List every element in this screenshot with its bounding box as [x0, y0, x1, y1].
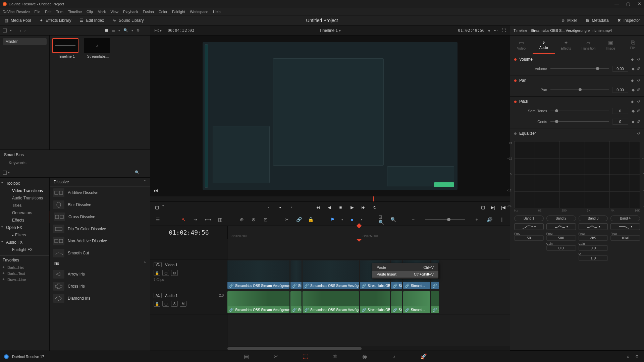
menu-fusion[interactable]: Fusion: [143, 10, 154, 14]
window-minimize[interactable]: —: [614, 1, 619, 6]
chevron-down-icon[interactable]: ▾: [10, 29, 12, 32]
jog-icon[interactable]: ●: [277, 204, 284, 211]
eq-graph[interactable]: +24 +12 0 -12 -24 +24 +12 0 -12 -24: [514, 141, 640, 208]
fav-item[interactable]: Draw...Line: [0, 277, 49, 283]
menu-timeline[interactable]: Timeline: [68, 10, 82, 14]
mark-in-icon[interactable]: ‹: [266, 204, 272, 211]
timeline-view-icon[interactable]: ☰: [155, 216, 161, 223]
reset-icon[interactable]: ↺: [637, 66, 640, 71]
reset-icon[interactable]: ↺: [637, 109, 640, 113]
pan-value[interactable]: 0.00: [612, 87, 628, 93]
zoom-out-icon[interactable]: −: [410, 216, 416, 223]
volume-slider[interactable]: [550, 68, 609, 69]
audio-clip[interactable]: 🔗Stre...: [290, 291, 302, 313]
pool-view-icon[interactable]: [3, 28, 7, 33]
menu-playback[interactable]: Playback: [123, 10, 138, 14]
titles[interactable]: Titles: [0, 202, 49, 209]
audio-clip[interactable]: 🔗Stre...: [431, 291, 439, 313]
menu-fairlight[interactable]: Fairlight: [172, 10, 185, 14]
audio-transitions[interactable]: Audio Transitions: [0, 194, 49, 202]
fx-additive-dissolve[interactable]: Additive Dissolve: [50, 187, 150, 199]
fx-blur-dissolve[interactable]: Blur Dissolve: [50, 199, 150, 211]
menu-clip[interactable]: Clip: [87, 10, 93, 14]
q-value[interactable]: 1.0: [579, 255, 608, 261]
go-start-icon[interactable]: ⏮: [315, 204, 321, 211]
lock-icon[interactable]: 🔒: [154, 301, 160, 307]
semitones-value[interactable]: 0: [612, 108, 628, 114]
zoom-detail-icon[interactable]: 🔍: [390, 216, 396, 223]
window-maximize[interactable]: ▢: [626, 1, 630, 6]
next-edit-icon[interactable]: ▶|: [490, 204, 496, 211]
dynamic-trim-icon[interactable]: ⟷: [205, 216, 211, 223]
master-folder[interactable]: Master: [3, 38, 47, 45]
overwrite-clip-icon[interactable]: ⊗: [251, 216, 257, 223]
band-name[interactable]: Band 2: [546, 216, 576, 221]
lock-icon[interactable]: 🔒: [308, 216, 314, 223]
fx-arrow-iris[interactable]: Arrow Iris: [50, 268, 150, 280]
stop-icon[interactable]: ■: [337, 204, 344, 211]
audio-clip[interactable]: 🔗Streamlabs OBS Stream Verzögerun...: [227, 291, 289, 313]
video-transitions[interactable]: Video Transitions: [0, 187, 49, 194]
tab-video[interactable]: ▭Video: [510, 36, 533, 54]
a1-badge[interactable]: A1: [154, 293, 162, 298]
band-name[interactable]: Band 1: [514, 216, 544, 221]
sort-icon[interactable]: ⇅: [137, 28, 140, 33]
selection-tool-icon[interactable]: ↖: [181, 216, 186, 223]
favorites-header[interactable]: Favorites: [0, 255, 49, 264]
sound-library-button[interactable]: ∿Sound Library: [108, 15, 148, 25]
fx-dip-to-color[interactable]: Dip To Color Dissolve: [50, 223, 150, 235]
page-edit[interactable]: ⬚: [301, 352, 310, 361]
pool-view-icon[interactable]: [3, 171, 7, 175]
metadata-button[interactable]: 🗎Metadata: [581, 15, 613, 25]
menu-davinciresolve[interactable]: DaVinci Resolve: [3, 10, 30, 14]
viewer-title[interactable]: Timeline 1: [319, 28, 338, 33]
cents-value[interactable]: 0: [612, 119, 628, 125]
enable-toggle-icon[interactable]: [514, 101, 517, 103]
audio-clip[interactable]: 🔗Streamlabs OBS Stream Verzöger...: [303, 291, 359, 313]
window-close[interactable]: ✕: [638, 1, 641, 6]
smart-bins-header[interactable]: Smart Bins: [4, 153, 146, 157]
more-icon[interactable]: ⋯: [143, 28, 147, 33]
timeline-ruler[interactable]: 01:00:00:00 01:02:50:00: [227, 226, 510, 239]
band-name[interactable]: Band 4: [610, 216, 640, 221]
section-pan[interactable]: Pan: [519, 78, 628, 83]
keyframe-icon[interactable]: ◆: [631, 57, 634, 62]
gain-value[interactable]: 0.0: [546, 245, 576, 251]
audio-clip[interactable]: 🔗Str...: [391, 291, 402, 313]
page-fairlight[interactable]: ♪: [389, 352, 399, 361]
fx-diamond-iris[interactable]: Diamond Iris: [50, 292, 150, 304]
keyframe-icon[interactable]: ◆: [632, 109, 635, 113]
freq-value[interactable]: 500: [546, 235, 576, 241]
media-thumb-streamlabs[interactable]: ♪ Streamlabs...: [84, 38, 112, 58]
gain-value[interactable]: 0.0: [579, 245, 608, 251]
search-icon[interactable]: 🔍: [135, 170, 140, 175]
menu-trim[interactable]: Trim: [56, 10, 63, 14]
blade-tool-icon[interactable]: ▥: [217, 216, 223, 223]
keyframe-icon[interactable]: ◆: [632, 66, 635, 71]
track-enable-icon[interactable]: ▢: [162, 301, 169, 307]
section-volume[interactable]: Volume: [519, 57, 628, 62]
tab-image[interactable]: ▣Image: [599, 36, 622, 54]
fx-non-additive[interactable]: Non-Additive Dissolve: [50, 235, 150, 247]
fairlight-fx[interactable]: Fairlight FX: [0, 246, 49, 253]
freq-value[interactable]: 3k5: [579, 235, 608, 241]
zoom-full-icon[interactable]: ⊡🔍: [378, 216, 384, 223]
timeline-timecode[interactable]: 01:02:49:56: [150, 226, 227, 239]
keyframe-icon[interactable]: ◆: [631, 78, 634, 83]
track-name[interactable]: Audio 1: [165, 294, 177, 298]
menu-file[interactable]: File: [35, 10, 41, 14]
fx-cross-iris[interactable]: Cross Iris: [50, 280, 150, 292]
solo-button[interactable]: S: [171, 301, 178, 307]
video-track-body[interactable]: 🔗Streamlabs OBS Stream Verzögerun...🔗Str…: [227, 259, 510, 290]
freq-value[interactable]: 50: [514, 235, 544, 241]
page-color[interactable]: ◉: [360, 352, 369, 361]
effects-library-button[interactable]: ✦Effects Library: [35, 15, 75, 25]
video-clip[interactable]: 🔗Stre...: [290, 260, 302, 289]
mark-out-icon[interactable]: ›: [288, 204, 295, 211]
reset-icon[interactable]: ↺: [637, 131, 640, 136]
link-icon[interactable]: 🔗: [296, 216, 302, 223]
zoom-in-icon[interactable]: +: [474, 216, 480, 223]
openfx-category[interactable]: Open FX: [0, 224, 49, 231]
trim-tool-icon[interactable]: ⇥: [193, 216, 198, 223]
fav-item[interactable]: Dark...hird: [0, 264, 49, 270]
